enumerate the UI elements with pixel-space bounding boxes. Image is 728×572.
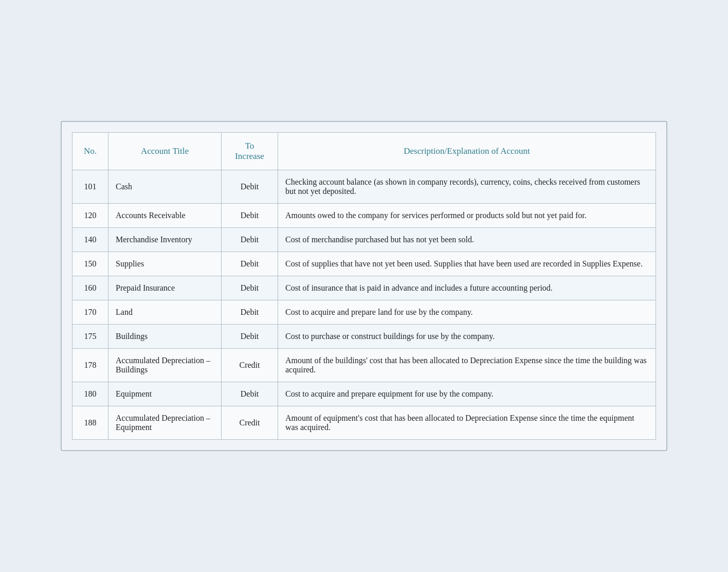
- cell-title: Prepaid Insurance: [108, 276, 222, 300]
- header-to-increase: ToIncrease: [222, 133, 278, 170]
- cell-description: Cost of supplies that have not yet been …: [278, 252, 656, 276]
- header-no: No.: [72, 133, 108, 170]
- table-row: 178Accumulated Depreciation – BuildingsC…: [72, 349, 656, 382]
- cell-no: 101: [72, 170, 108, 204]
- cell-increase: Debit: [222, 382, 278, 406]
- cell-no: 160: [72, 276, 108, 300]
- cell-increase: Credit: [222, 406, 278, 440]
- cell-title: Accounts Receivable: [108, 204, 222, 228]
- cell-increase: Debit: [222, 170, 278, 204]
- cell-increase: Debit: [222, 276, 278, 300]
- cell-description: Amount of the buildings' cost that has b…: [278, 349, 656, 382]
- cell-description: Cost to acquire and prepare land for use…: [278, 300, 656, 325]
- cell-title: Merchandise Inventory: [108, 228, 222, 252]
- cell-description: Amount of equipment's cost that has been…: [278, 406, 656, 440]
- cell-title: Buildings: [108, 325, 222, 349]
- cell-no: 120: [72, 204, 108, 228]
- cell-no: 170: [72, 300, 108, 325]
- cell-increase: Debit: [222, 252, 278, 276]
- cell-title: Equipment: [108, 382, 222, 406]
- cell-title: Land: [108, 300, 222, 325]
- cell-no: 140: [72, 228, 108, 252]
- cell-no: 150: [72, 252, 108, 276]
- cell-increase: Debit: [222, 300, 278, 325]
- cell-increase: Debit: [222, 325, 278, 349]
- accounts-table: No. Account Title ToIncrease Description…: [72, 132, 656, 440]
- cell-no: 180: [72, 382, 108, 406]
- cell-no: 188: [72, 406, 108, 440]
- cell-increase: Debit: [222, 228, 278, 252]
- cell-title: Accumulated Depreciation – Equipment: [108, 406, 222, 440]
- cell-no: 178: [72, 349, 108, 382]
- table-row: 160Prepaid InsuranceDebitCost of insuran…: [72, 276, 656, 300]
- cell-description: Amounts owed to the company for services…: [278, 204, 656, 228]
- header-account-title: Account Title: [108, 133, 222, 170]
- cell-title: Cash: [108, 170, 222, 204]
- cell-increase: Credit: [222, 349, 278, 382]
- table-container: No. Account Title ToIncrease Description…: [61, 121, 667, 451]
- table-row: 188Accumulated Depreciation – EquipmentC…: [72, 406, 656, 440]
- cell-title: Supplies: [108, 252, 222, 276]
- cell-description: Cost of merchandise purchased but has no…: [278, 228, 656, 252]
- cell-no: 175: [72, 325, 108, 349]
- cell-description: Cost to acquire and prepare equipment fo…: [278, 382, 656, 406]
- cell-description: Cost of insurance that is paid in advanc…: [278, 276, 656, 300]
- cell-description: Checking account balance (as shown in co…: [278, 170, 656, 204]
- table-row: 120Accounts ReceivableDebitAmounts owed …: [72, 204, 656, 228]
- table-row: 170LandDebitCost to acquire and prepare …: [72, 300, 656, 325]
- table-row: 150SuppliesDebitCost of supplies that ha…: [72, 252, 656, 276]
- table-row: 175BuildingsDebitCost to purchase or con…: [72, 325, 656, 349]
- cell-increase: Debit: [222, 204, 278, 228]
- table-row: 180EquipmentDebitCost to acquire and pre…: [72, 382, 656, 406]
- table-row: 101CashDebitChecking account balance (as…: [72, 170, 656, 204]
- cell-description: Cost to purchase or construct buildings …: [278, 325, 656, 349]
- table-row: 140Merchandise InventoryDebitCost of mer…: [72, 228, 656, 252]
- header-description: Description/Explanation of Account: [278, 133, 656, 170]
- cell-title: Accumulated Depreciation – Buildings: [108, 349, 222, 382]
